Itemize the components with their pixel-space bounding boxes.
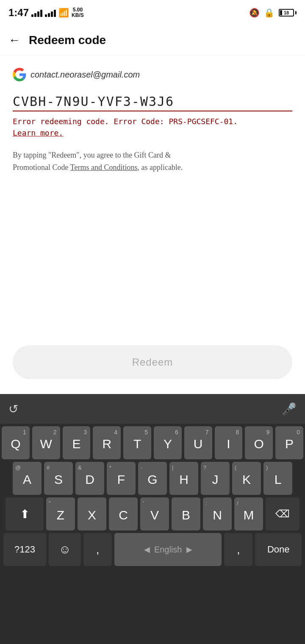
key-l[interactable]: )L (263, 462, 292, 495)
key-i[interactable]: 8I (215, 426, 243, 459)
battery-indicator: 18 (279, 9, 297, 17)
key-r[interactable]: 4R (93, 426, 121, 459)
key-row-4: ?123 ☺ , ◀ English ▶ , Done (2, 533, 303, 566)
key-p[interactable]: 0P (275, 426, 303, 459)
key-c[interactable]: C (109, 497, 138, 530)
signal-bars-2 (45, 8, 56, 17)
key-row-1: 1Q 2W 3E 4R 5T 6Y 7U 8I 9O 0P (2, 426, 303, 459)
page-title: Redeem code (29, 33, 106, 47)
code-input-container (13, 94, 292, 111)
vibrate-icon: 🔕 (249, 8, 260, 18)
key-h[interactable]: |H (169, 462, 198, 495)
key-x[interactable]: X (78, 497, 106, 530)
keyboard: ↺ 🎤 1Q 2W 3E 4R 5T 6Y 7U 8I 9O 0P @A #S … (0, 394, 305, 644)
key-row-2: @A #S &D *F -G |H ?J (K )L (2, 462, 303, 495)
code-input[interactable] (13, 94, 292, 109)
battery-level: 18 (280, 10, 293, 16)
keyboard-refresh-icon[interactable]: ↺ (8, 402, 18, 416)
key-comma-left[interactable]: , (83, 533, 112, 566)
signal-bars-1 (31, 8, 42, 17)
key-b[interactable]: B (172, 497, 200, 530)
speed-display: 5.00 KB/S (72, 7, 84, 18)
key-k[interactable]: (K (232, 462, 261, 495)
key-backspace[interactable]: ⌫ (266, 497, 299, 530)
terms-text: By tapping "Redeem", you agree to the Gi… (13, 149, 292, 174)
terms-suffix: , as applicable. (137, 163, 183, 172)
keyboard-toolbar: ↺ 🎤 (0, 394, 305, 424)
key-j[interactable]: ?J (201, 462, 230, 495)
redeem-button-container: Redeem (13, 345, 292, 379)
key-row-3: ⬆ "Z X C 'V B :N /M ⌫ (2, 497, 303, 530)
key-z[interactable]: "Z (46, 497, 75, 530)
key-d[interactable]: &D (75, 462, 104, 495)
wifi-icon: 📶 (58, 8, 69, 18)
key-space[interactable]: ◀ English ▶ (114, 533, 222, 566)
key-n[interactable]: :N (203, 497, 232, 530)
error-message: Error redeeming code. Error Code: PRS-PG… (13, 116, 292, 139)
key-emoji[interactable]: ☺ (49, 533, 81, 566)
key-comma-right[interactable]: , (224, 533, 252, 566)
account-email: contact.neorasel@gmail.com (30, 70, 140, 80)
keyboard-mic-icon[interactable]: 🎤 (282, 402, 297, 416)
back-button[interactable]: ← (8, 34, 20, 46)
key-y[interactable]: 6Y (154, 426, 182, 459)
key-f[interactable]: *F (107, 462, 136, 495)
key-e[interactable]: 3E (63, 426, 91, 459)
redeem-button[interactable]: Redeem (13, 345, 292, 379)
key-a[interactable]: @A (13, 462, 42, 495)
account-row: contact.neorasel@gmail.com (13, 68, 292, 81)
key-q[interactable]: 1Q (2, 426, 30, 459)
status-right: 🔕 🔒 18 (249, 8, 297, 18)
key-o[interactable]: 9O (245, 426, 273, 459)
time-display: 1:47 (8, 7, 29, 19)
error-text: Error redeeming code. Error Code: PRS-PG… (13, 117, 238, 126)
top-bar: ← Redeem code (0, 25, 305, 55)
key-numeric[interactable]: ?123 (3, 533, 46, 566)
keyboard-rows: 1Q 2W 3E 4R 5T 6Y 7U 8I 9O 0P @A #S &D *… (0, 424, 305, 569)
google-logo-icon (13, 68, 26, 81)
key-m[interactable]: /M (234, 497, 263, 530)
key-u[interactable]: 7U (184, 426, 212, 459)
key-done[interactable]: Done (255, 533, 302, 566)
key-w[interactable]: 2W (32, 426, 60, 459)
key-shift[interactable]: ⬆ (6, 497, 44, 530)
learn-more-link[interactable]: Learn more. (13, 128, 63, 137)
key-s[interactable]: #S (44, 462, 73, 495)
status-left: 1:47 📶 5.00 KB/S (8, 7, 84, 19)
status-bar: 1:47 📶 5.00 KB/S 🔕 🔒 18 (0, 0, 305, 25)
lock-icon: 🔒 (264, 8, 274, 18)
main-content: contact.neorasel@gmail.com Error redeemi… (0, 55, 305, 182)
key-v[interactable]: 'V (140, 497, 169, 530)
terms-link[interactable]: Terms and Conditions (70, 163, 138, 172)
key-g[interactable]: -G (138, 462, 167, 495)
key-t[interactable]: 5T (123, 426, 151, 459)
keyboard-language-label: English (154, 545, 182, 555)
